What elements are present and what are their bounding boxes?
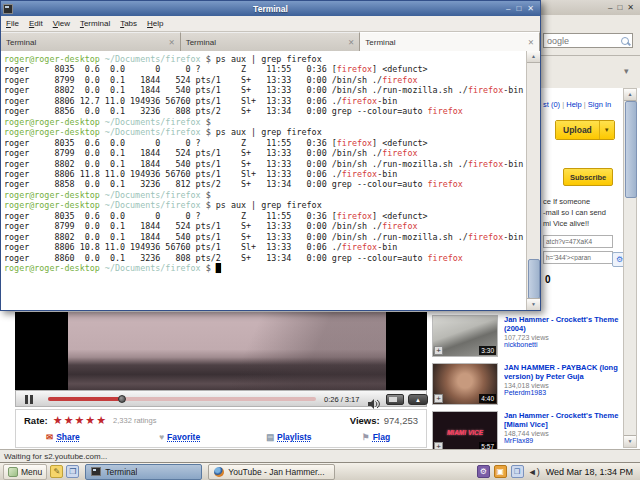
terminal-line: roger@roger-desktop ~/Documents/firefox … <box>4 200 523 210</box>
browser-close-icon[interactable]: ✕ <box>627 4 634 12</box>
fullscreen-button[interactable]: ▲ <box>408 394 428 405</box>
quicklist-add-icon[interactable]: + <box>434 346 443 355</box>
signin-link[interactable]: Sign In <box>588 100 611 109</box>
settings-tray-icon[interactable]: ⚙ <box>477 465 490 478</box>
fullscreen-icon: ▲ <box>415 397 421 403</box>
menu-label: Menu <box>21 467 42 477</box>
menu-item-help[interactable]: Help <box>147 19 163 28</box>
menu-item-terminal[interactable]: Terminal <box>80 19 110 28</box>
related-video-title[interactable]: JAN HAMMER - PAYBACK (long version) by P… <box>504 363 620 381</box>
browser-chrome: – □ ✕ oogle ▾ <box>541 0 640 88</box>
terminal-line: roger@roger-desktop ~/Documents/firefox … <box>4 190 523 200</box>
terminal-close-icon[interactable]: ✕ <box>527 5 534 13</box>
related-video-info: JAN HAMMER - PAYBACK (long version) by P… <box>504 363 620 396</box>
scroll-down-icon[interactable]: ▼ <box>624 435 636 447</box>
flag-label: Flag <box>373 432 390 442</box>
related-video-title[interactable]: Jan Hammer - Crockett's Theme [Miami Vic… <box>504 411 620 429</box>
network-tray-icon[interactable]: ❒ <box>511 465 524 478</box>
tab-close-icon[interactable]: ✕ <box>348 38 354 47</box>
clock[interactable]: Wed Mar 18, 1:34 PM <box>546 467 633 477</box>
related-video-user[interactable]: MrFlax89 <box>504 437 620 444</box>
scroll-up-icon[interactable]: ▲ <box>527 51 540 63</box>
quicklist-link[interactable]: st (0) <box>543 100 560 109</box>
related-video-user[interactable]: nickbonetti <box>504 341 620 348</box>
subscribe-button[interactable]: Subscribe <box>563 168 613 186</box>
terminal-output: roger@roger-desktop ~/Documents/firefox … <box>4 54 523 274</box>
terminal-line: roger@roger-desktop ~/Documents/firefox … <box>4 263 523 273</box>
progress-bar[interactable] <box>48 397 316 401</box>
video-thumbnail[interactable]: MIAMI VICE+5:57 <box>432 411 498 452</box>
related-video-title[interactable]: Jan Hammer - Crockett's Theme (2004) <box>504 315 620 333</box>
related-video-item: MIAMI VICE+5:57Jan Hammer - Crockett's T… <box>430 411 622 452</box>
upload-dropdown-icon[interactable]: ▼ <box>599 121 614 139</box>
embed-code-field[interactable] <box>543 251 613 264</box>
related-video-views: 107,723 views <box>504 334 620 341</box>
rating-stars[interactable]: ★★★★★ <box>53 414 107 427</box>
menu-item-tabs[interactable]: Tabs <box>120 19 137 28</box>
terminal-line: roger 8802 0.0 0.1 1844 540 pts/1 S+ 13:… <box>4 85 523 95</box>
terminal-icon <box>91 467 101 476</box>
terminal-minimize-icon[interactable]: – <box>506 5 510 13</box>
quicklist-add-icon[interactable]: + <box>434 394 443 403</box>
terminal-maximize-icon[interactable]: □ <box>516 5 521 13</box>
help-link[interactable]: Help <box>566 100 581 109</box>
tab-close-icon[interactable]: ✕ <box>168 38 174 47</box>
video-url-field[interactable] <box>543 235 613 248</box>
video-thumbnail[interactable]: +4:40 <box>432 363 498 405</box>
chevron-down-icon[interactable]: ▾ <box>624 66 629 76</box>
progress-knob[interactable] <box>118 395 126 403</box>
scroll-down-icon[interactable]: ▼ <box>527 298 540 310</box>
taskbar: Menu ✎ ❒ Terminal YouTube - Jan Hammer..… <box>0 462 640 480</box>
playlists-link[interactable]: ▤Playlists <box>266 432 312 442</box>
browser-titlebar[interactable]: – □ ✕ <box>541 0 640 15</box>
flag-link[interactable]: ⚑Flag <box>362 432 390 442</box>
terminal-tab-2[interactable]: Terminal✕ <box>181 32 361 51</box>
terminal-content[interactable]: roger@roger-desktop ~/Documents/firefox … <box>1 51 540 310</box>
favorite-link[interactable]: ♥Favorite <box>159 432 200 442</box>
scrollbar-thumb[interactable] <box>625 101 637 198</box>
task-label: Terminal <box>105 467 137 477</box>
video-player[interactable] <box>15 312 427 390</box>
terminal-line: roger 8799 0.0 0.1 1844 524 pts/1 S+ 13:… <box>4 221 523 231</box>
time-display: 0:26 / 3:17 <box>324 395 359 404</box>
scroll-up-icon[interactable]: ▲ <box>624 89 636 101</box>
embed-options-button[interactable]: ⚙ <box>612 252 623 267</box>
browser-search-input[interactable]: oogle <box>543 33 633 48</box>
taskbar-item-terminal[interactable]: Terminal <box>85 464 202 480</box>
channel-line: mi Vice alive!! <box>543 218 606 229</box>
show-desktop-icon[interactable]: ❒ <box>66 465 79 478</box>
related-video-user[interactable]: Peterdm1983 <box>504 389 620 396</box>
terminal-scrollbar[interactable]: ▲ ▼ <box>526 51 540 310</box>
screen-size-button[interactable] <box>386 394 404 405</box>
browser-minimize-icon[interactable]: – <box>608 4 612 12</box>
links-separator: | <box>562 100 564 109</box>
menu-button[interactable]: Menu <box>3 464 47 480</box>
share-link[interactable]: ✉Share <box>46 432 80 442</box>
terminal-titlebar[interactable]: Terminal – □ ✕ <box>1 1 540 16</box>
terminal-line: roger 8806 10.8 11.0 194936 56760 pts/1 … <box>4 242 523 252</box>
scrollbar-thumb[interactable] <box>528 259 540 299</box>
menu-icon <box>8 467 18 477</box>
menu-item-file[interactable]: File <box>6 19 19 28</box>
search-icon[interactable] <box>621 37 629 45</box>
browser-scrollbar[interactable]: ▲ ▼ <box>623 88 637 448</box>
terminal-tab-1[interactable]: Terminal✕ <box>1 32 181 51</box>
rate-panel: Rate: ★★★★★ 2,332 ratings Views: 974,253… <box>15 409 427 448</box>
menu-item-edit[interactable]: Edit <box>29 19 43 28</box>
tab-close-icon[interactable]: ✕ <box>528 38 534 47</box>
channel-description: ce If someone -mail so I can send mi Vic… <box>543 196 606 229</box>
volume-tray-icon[interactable]: ◄) <box>528 467 540 477</box>
progress-fill <box>48 397 120 401</box>
menu-item-view[interactable]: View <box>53 19 70 28</box>
pause-button[interactable] <box>25 395 34 404</box>
browser-maximize-icon[interactable]: □ <box>617 4 622 12</box>
terminal-window-icon <box>3 4 13 14</box>
video-frame <box>68 312 386 390</box>
notes-launcher-icon[interactable]: ✎ <box>50 465 63 478</box>
upload-button[interactable]: Upload ▼ <box>555 120 615 140</box>
video-thumbnail[interactable]: +3:30 <box>432 315 498 357</box>
taskbar-item-youtube[interactable]: YouTube - Jan Hammer... <box>208 464 335 480</box>
updates-tray-icon[interactable]: ▣ <box>494 465 507 478</box>
terminal-tab-3[interactable]: Terminal✕ <box>360 32 540 51</box>
thumbnail-text: MIAMI VICE <box>447 429 483 436</box>
